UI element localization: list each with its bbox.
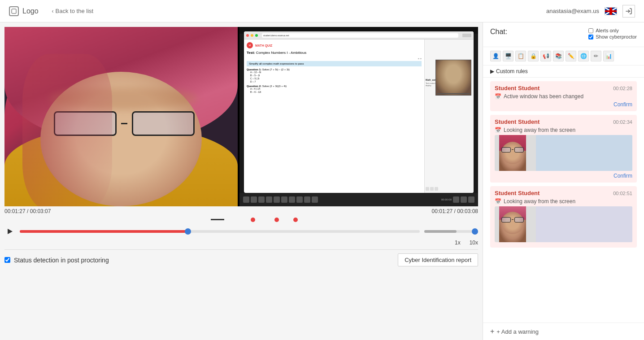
test-title: Test: Complex Numbers I - Ambitious	[247, 51, 422, 55]
screen-share-video: student.demo.examus.net M MATH QUIZ	[239, 27, 478, 206]
thumb-bg-3	[536, 206, 632, 242]
msg-2-thumbnail	[495, 135, 632, 171]
chat-message-3: Student Student 00:02:51 📅 Looking away …	[490, 186, 637, 248]
msg-3-time: 00:02:51	[613, 191, 632, 196]
msg-2-text: Looking away from the screen	[504, 127, 575, 133]
taskbar-icon	[251, 196, 257, 203]
url-bar: student.demo.examus.net	[262, 33, 458, 38]
tool-alert-icon[interactable]: 📢	[540, 51, 551, 61]
taskbar-icon	[258, 196, 265, 203]
thumb-bg-2	[536, 135, 632, 171]
msg-2-calendar-icon: 📅	[495, 127, 501, 133]
browser-dot-max	[255, 34, 258, 37]
top-bar-right: anastasia@exam.us	[546, 5, 635, 17]
event-marker-1[interactable]	[251, 218, 255, 222]
event-marker-3[interactable]	[293, 218, 298, 222]
student-webcam	[4, 27, 238, 206]
top-bar-left: Logo ‹ Back to the list	[9, 6, 93, 16]
status-checkbox[interactable]	[4, 257, 10, 263]
add-warning-label: + Add a warning	[496, 328, 539, 335]
msg-1-body: 📅 Active window has been changed	[495, 93, 632, 100]
chat-message-2: Student Student 00:02:34 📅 Looking away …	[490, 115, 637, 183]
tool-edit-icon[interactable]: ✏️	[566, 51, 576, 61]
tool-lock-icon[interactable]: 🔒	[528, 51, 539, 61]
msg-3-header: Student Student 00:02:51	[495, 190, 632, 196]
msg-1-calendar-icon: 📅	[495, 93, 501, 100]
tool-screen-icon[interactable]: 🖥️	[503, 51, 513, 61]
taskbar-icon	[312, 196, 318, 203]
show-cyberproctor-checkbox[interactable]	[588, 35, 593, 39]
msg-1-name: Student Student	[495, 85, 540, 92]
screen-content: student.demo.examus.net M MATH QUIZ	[239, 27, 478, 206]
msg-3-body: 📅 Looking away from the screen	[495, 198, 632, 205]
playback-controls	[4, 223, 478, 240]
taskbar-icon	[296, 196, 303, 203]
volume-bar[interactable]	[424, 230, 478, 233]
tool-user-icon[interactable]: 👤	[490, 51, 501, 61]
event-marker-2[interactable]	[274, 218, 279, 222]
msg-3-name: Student Student	[495, 190, 540, 196]
tool-pencil-icon[interactable]: ✏	[591, 51, 601, 61]
msg-2-confirm-button[interactable]: Confirm	[495, 173, 632, 179]
browser-dot-min	[251, 34, 253, 37]
msg-3-calendar-icon: 📅	[495, 198, 501, 205]
status-row: Status detection in post proctoring Cybe…	[4, 249, 478, 270]
progress-bar[interactable]	[20, 230, 420, 233]
alerts-only-label: Alerts only	[596, 28, 618, 33]
thumb-face-2	[499, 135, 526, 171]
msg-3-text: Looking away from the screen	[504, 198, 575, 205]
quiz-instruction: Simplify all complex math expressions to…	[247, 61, 422, 66]
add-warning-section: + + Add a warning	[483, 323, 644, 340]
back-link[interactable]: ‹ Back to the list	[52, 8, 94, 14]
browser-dot-close	[246, 34, 249, 37]
thumb-face-3	[499, 206, 526, 242]
show-cyberproctor-checkbox-row: Show cyberproctor	[588, 34, 637, 39]
progress-filled	[20, 230, 188, 233]
msg-2-time: 00:02:34	[613, 119, 632, 125]
chat-title: Chat:	[490, 28, 507, 36]
taskbar-icon-right	[453, 196, 459, 203]
msg-2-body: 📅 Looking away from the screen	[495, 127, 632, 133]
play-button[interactable]	[4, 226, 15, 237]
sidebar-checkboxes: Alerts only Show cyberproctor	[588, 28, 637, 39]
taskbar-icon	[289, 196, 295, 203]
speed-10x[interactable]: 10x	[470, 240, 478, 246]
status-label: Status detection in post proctoring	[14, 257, 109, 264]
custom-rules-button[interactable]: ▶ Custom rules	[490, 68, 528, 74]
sidebar-header: Chat: Alerts only Show cyberproctor	[483, 22, 644, 47]
language-flag[interactable]	[605, 7, 617, 15]
back-link-label: Back to the list	[56, 8, 94, 14]
volume-thumb[interactable]	[472, 228, 478, 235]
webcam-face	[436, 60, 471, 95]
taskbar-icon	[243, 196, 249, 203]
svg-rect-0	[12, 9, 16, 13]
logout-button[interactable]	[622, 5, 635, 17]
msg-1-time: 00:02:28	[613, 86, 632, 91]
taskbar-icon	[274, 196, 280, 203]
taskbar-icon-right	[468, 196, 474, 203]
chat-messages: Student Student 00:02:28 📅 Active window…	[483, 78, 644, 323]
tool-clipboard-icon[interactable]: 📋	[515, 51, 526, 61]
time-left: 00:01:27 / 00:03:07	[4, 208, 51, 214]
time-right: 00:01:27 / 00:03:08	[432, 208, 478, 214]
question-2: Question 2: Solve (2 + 3i)(3 + 4i) A ○ 4…	[247, 85, 422, 93]
msg-3-thumbnail	[495, 206, 632, 242]
msg-1-text: Active window has been changed	[504, 93, 583, 100]
tool-chart-icon[interactable]: 📊	[603, 51, 614, 61]
msg-1-confirm-button[interactable]: Confirm	[495, 101, 632, 108]
quiz-header: M MATH QUIZ	[247, 42, 422, 48]
back-chevron-icon: ‹	[52, 8, 54, 14]
quiz-title: MATH QUIZ	[255, 44, 272, 47]
add-warning-button[interactable]: + + Add a warning	[490, 327, 539, 336]
volume-filled	[424, 230, 457, 233]
svg-marker-1	[8, 229, 13, 234]
progress-thumb[interactable]	[185, 228, 191, 235]
cyber-identification-button[interactable]: Cyber Identification report	[398, 253, 478, 266]
question-1: Question 1: Solve (7 + 5i) – (2 + 3i) A …	[247, 68, 422, 83]
alerts-only-checkbox[interactable]	[588, 28, 593, 33]
speed-1x[interactable]: 1x	[455, 240, 461, 246]
taskbar-icon	[281, 196, 287, 203]
tool-book-icon[interactable]: 📚	[553, 51, 564, 61]
black-marker	[211, 219, 224, 220]
tool-globe-icon[interactable]: 🌐	[578, 51, 589, 61]
